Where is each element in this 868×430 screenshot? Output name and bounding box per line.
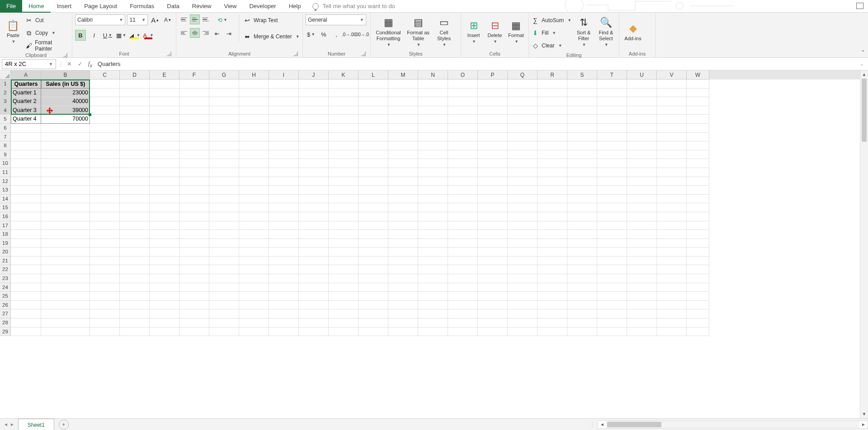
cell-M9[interactable] — [388, 150, 418, 159]
cell-R8[interactable] — [538, 141, 567, 150]
cell-K12[interactable] — [329, 177, 359, 186]
cell-M10[interactable] — [388, 159, 418, 168]
cell-Q12[interactable] — [508, 177, 538, 186]
cell-W5[interactable] — [687, 115, 709, 124]
cell-W6[interactable] — [687, 124, 709, 133]
sheet-nav-next[interactable]: ► — [10, 422, 14, 427]
cell-D23[interactable] — [120, 274, 150, 283]
cell-C18[interactable] — [90, 230, 120, 239]
cell-H20[interactable] — [239, 248, 269, 257]
expand-formula-bar[interactable]: ⌄ — [855, 61, 868, 66]
cell-E22[interactable] — [150, 265, 179, 274]
cell-L16[interactable] — [359, 212, 388, 221]
cell-H3[interactable] — [239, 97, 269, 106]
cell-K16[interactable] — [329, 212, 359, 221]
cell-A10[interactable] — [11, 159, 41, 168]
cell-D9[interactable] — [120, 150, 150, 159]
row-header-20[interactable]: 20 — [0, 248, 11, 257]
tab-home[interactable]: Home — [22, 0, 51, 13]
row-header-28[interactable]: 28 — [0, 318, 11, 327]
cell-U9[interactable] — [627, 150, 657, 159]
cell-C1[interactable] — [90, 79, 120, 89]
shrink-font-button[interactable]: A▼ — [162, 14, 173, 25]
cell-H6[interactable] — [239, 124, 269, 133]
cell-S3[interactable] — [567, 97, 597, 106]
cell-P12[interactable] — [478, 177, 508, 186]
column-header-V[interactable]: V — [657, 70, 687, 79]
cell-W22[interactable] — [687, 265, 709, 274]
cell-P1[interactable] — [478, 79, 508, 89]
formula-input[interactable]: Quarters — [95, 59, 855, 69]
cell-G18[interactable] — [209, 230, 239, 239]
cell-I14[interactable] — [269, 195, 299, 204]
cell-Q9[interactable] — [508, 150, 538, 159]
align-left-button[interactable] — [179, 28, 189, 38]
cell-J29[interactable] — [299, 327, 329, 337]
column-header-Q[interactable]: Q — [508, 70, 538, 79]
cell-U1[interactable] — [627, 79, 657, 89]
cell-B4[interactable]: 39000 — [41, 106, 90, 115]
row-header-1[interactable]: 1 — [0, 79, 11, 89]
cell-F11[interactable] — [179, 168, 209, 177]
cell-S5[interactable] — [567, 115, 597, 124]
cell-J22[interactable] — [299, 265, 329, 274]
cell-H28[interactable] — [239, 318, 269, 327]
cell-H10[interactable] — [239, 159, 269, 168]
cell-F21[interactable] — [179, 257, 209, 266]
cell-H23[interactable] — [239, 274, 269, 283]
cell-J2[interactable] — [299, 89, 329, 98]
row-header-27[interactable]: 27 — [0, 309, 11, 318]
cell-G12[interactable] — [209, 177, 239, 186]
delete-cells-button[interactable]: ⊟Delete▼ — [485, 14, 505, 50]
cell-I10[interactable] — [269, 159, 299, 168]
cell-D25[interactable] — [120, 292, 150, 301]
cell-L19[interactable] — [359, 239, 388, 248]
cell-M7[interactable] — [388, 133, 418, 142]
cell-O29[interactable] — [448, 327, 478, 337]
cell-D5[interactable] — [120, 115, 150, 124]
cell-F1[interactable] — [179, 79, 209, 89]
cell-F7[interactable] — [179, 133, 209, 142]
orientation-button[interactable]: ⟲▼ — [217, 14, 228, 25]
cell-K2[interactable] — [329, 89, 359, 98]
format-cells-button[interactable]: ▦Format▼ — [506, 14, 526, 50]
cell-L4[interactable] — [359, 106, 388, 115]
cell-K14[interactable] — [329, 195, 359, 204]
cell-I17[interactable] — [269, 221, 299, 230]
cell-H22[interactable] — [239, 265, 269, 274]
cell-L27[interactable] — [359, 309, 388, 318]
cell-K10[interactable] — [329, 159, 359, 168]
bold-button[interactable]: B — [75, 30, 86, 41]
cell-U25[interactable] — [627, 292, 657, 301]
cell-A15[interactable] — [11, 203, 41, 212]
cell-E15[interactable] — [150, 203, 179, 212]
cell-L29[interactable] — [359, 327, 388, 337]
cell-R16[interactable] — [538, 212, 567, 221]
cell-B25[interactable] — [41, 292, 90, 301]
cell-D7[interactable] — [120, 133, 150, 142]
column-header-P[interactable]: P — [478, 70, 508, 79]
cell-W16[interactable] — [687, 212, 709, 221]
cell-A17[interactable] — [11, 221, 41, 230]
cell-D22[interactable] — [120, 265, 150, 274]
cell-O8[interactable] — [448, 141, 478, 150]
cell-K5[interactable] — [329, 115, 359, 124]
cell-R9[interactable] — [538, 150, 567, 159]
cell-V25[interactable] — [657, 292, 687, 301]
row-header-14[interactable]: 14 — [0, 195, 11, 204]
cell-S7[interactable] — [567, 133, 597, 142]
cell-T6[interactable] — [597, 124, 627, 133]
cell-C15[interactable] — [90, 203, 120, 212]
column-header-W[interactable]: W — [687, 70, 709, 79]
cell-N21[interactable] — [418, 257, 448, 266]
cell-C27[interactable] — [90, 309, 120, 318]
cell-U6[interactable] — [627, 124, 657, 133]
cell-N29[interactable] — [418, 327, 448, 337]
cell-V27[interactable] — [657, 309, 687, 318]
horizontal-scrollbar[interactable]: ◄ ► — [598, 421, 868, 429]
cell-T23[interactable] — [597, 274, 627, 283]
cell-O2[interactable] — [448, 89, 478, 98]
cell-U4[interactable] — [627, 106, 657, 115]
cell-V13[interactable] — [657, 186, 687, 195]
cell-G22[interactable] — [209, 265, 239, 274]
